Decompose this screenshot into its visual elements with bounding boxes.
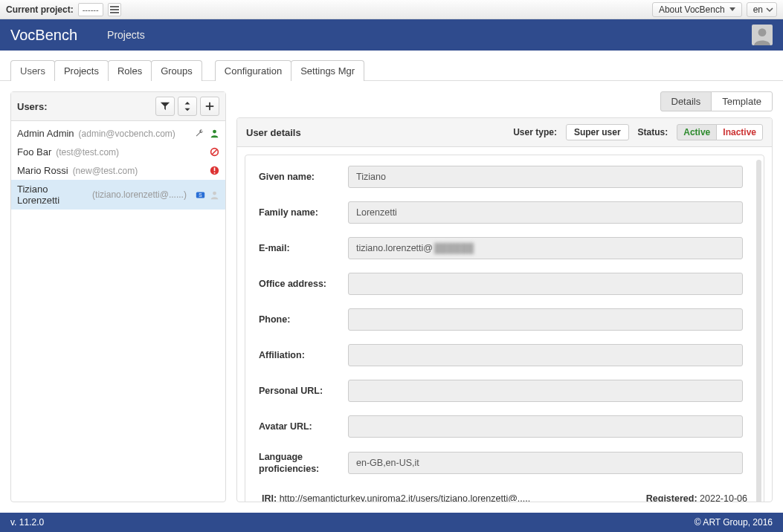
person-icon	[753, 26, 772, 45]
tab-configuration[interactable]: Configuration	[215, 60, 291, 81]
svg-rect-1	[110, 9, 119, 10]
status-active-button[interactable]: Active	[677, 124, 717, 140]
tab-settings-mgr[interactable]: Settings Mgr	[291, 60, 364, 81]
given-name-label: Given name:	[259, 171, 348, 183]
status-toggle: Active Inactive	[677, 124, 763, 140]
template-tab[interactable]: Template	[711, 91, 773, 111]
tab-groups[interactable]: Groups	[151, 60, 202, 81]
svg-rect-10	[213, 167, 215, 171]
brand: VocBench	[10, 27, 77, 44]
personal-url-label: Personal URL:	[259, 385, 348, 397]
admin-tabs: Users Projects Roles Groups Configuratio…	[0, 51, 783, 81]
user-email: (tiziano.lorenzetti@......)	[92, 189, 187, 200]
svg-text:S: S	[199, 192, 202, 197]
svg-rect-2	[110, 12, 119, 13]
details-template-toggle: Details Template	[236, 91, 773, 111]
person-dim-icon	[210, 189, 219, 200]
registered-value: 2022-10-06	[700, 493, 747, 502]
filter-button[interactable]	[155, 97, 175, 116]
svg-point-14	[213, 191, 216, 195]
family-name-input[interactable]: Lorenzetti	[348, 201, 743, 224]
scrollbar[interactable]	[756, 160, 761, 502]
user-email: (new@test.com)	[73, 166, 138, 176]
affiliation-input[interactable]	[348, 344, 743, 366]
list-icon	[109, 4, 120, 16]
user-type-button[interactable]: Super user	[566, 124, 629, 140]
status-inactive-button[interactable]: Inactive	[716, 124, 763, 140]
iri-value: http://semanticturkey.uniroma2.it/users/…	[280, 493, 531, 502]
iri-label: IRI:	[262, 493, 277, 502]
iri-registered-row: IRI: http://semanticturkey.uniroma2.it/u…	[259, 489, 750, 502]
wrench-icon	[194, 129, 204, 139]
status-label: Status:	[638, 127, 668, 137]
redacted-text: ██████	[434, 243, 474, 253]
details-tab[interactable]: Details	[660, 91, 712, 111]
personal-url-input[interactable]	[348, 380, 743, 402]
user-details-title: User details	[246, 127, 301, 138]
svg-line-8	[212, 149, 217, 155]
user-row[interactable]: Tiziano Lorenzetti (tiziano.lorenzetti@.…	[11, 180, 225, 210]
phone-label: Phone:	[259, 314, 348, 325]
footer: v. 11.2.0 © ART Group, 2016	[0, 513, 783, 532]
affiliation-label: Affiliation:	[259, 349, 348, 361]
user-avatar[interactable]	[752, 25, 773, 45]
plus-icon	[204, 101, 215, 111]
language-select[interactable]: en	[747, 2, 777, 17]
language-proficiencies-input[interactable]: en-GB,en-US,it	[348, 452, 743, 474]
about-label: About VocBench	[659, 4, 725, 15]
nav-projects[interactable]: Projects	[107, 29, 145, 41]
user-list: Admin Admin (admin@vocbench.com) Foo Bar…	[11, 121, 225, 502]
user-form: Given name: Tiziano Family name: Lorenze…	[245, 155, 764, 502]
sort-button[interactable]	[178, 97, 197, 116]
current-project-value: ------	[78, 3, 103, 16]
email-input[interactable]: tiziano.lorenzetti@██████	[348, 237, 743, 259]
tab-roles[interactable]: Roles	[108, 60, 152, 81]
navbar: VocBench Projects	[0, 19, 783, 51]
users-panel-title: Users:	[17, 101, 47, 112]
given-name-input[interactable]: Tiziano	[348, 166, 743, 188]
tab-users[interactable]: Users	[10, 60, 55, 81]
funnel-icon	[160, 101, 170, 111]
avatar-url-label: Avatar URL:	[259, 421, 348, 432]
superuser-badge-icon: S	[196, 189, 205, 200]
language-value: en	[753, 4, 763, 15]
user-row[interactable]: Mario Rossi (new@test.com)	[11, 161, 225, 180]
user-name: Foo Bar	[17, 146, 51, 158]
svg-rect-5	[206, 106, 214, 107]
copyright-label: © ART Group, 2016	[695, 517, 773, 528]
person-active-icon	[209, 129, 219, 139]
add-user-button[interactable]	[200, 97, 219, 116]
email-label: E-mail:	[259, 242, 348, 254]
user-name: Tiziano Lorenzetti	[17, 184, 88, 206]
svg-rect-11	[213, 172, 215, 174]
user-row[interactable]: Foo Bar (test@test.com)	[11, 143, 225, 161]
main-area: Users: Admin Admin (admin@vocbench.com)	[0, 81, 783, 513]
about-dropdown[interactable]: About VocBench	[652, 2, 742, 17]
svg-point-3	[758, 28, 767, 36]
details-panel: Details Template User details User type:…	[236, 91, 773, 502]
user-name: Mario Rossi	[17, 165, 68, 176]
project-picker-button[interactable]	[108, 3, 121, 16]
family-name-label: Family name:	[259, 207, 348, 218]
current-project-label: Current project:	[6, 4, 74, 15]
sort-icon	[182, 101, 193, 111]
blocked-icon	[209, 147, 219, 158]
user-details-card: User details User type: Super user Statu…	[236, 117, 773, 502]
user-name: Admin Admin	[17, 128, 74, 139]
tab-projects[interactable]: Projects	[54, 60, 109, 81]
users-panel-header: Users:	[11, 92, 225, 121]
version-label: v. 11.2.0	[10, 517, 44, 528]
users-panel: Users: Admin Admin (admin@vocbench.com)	[10, 91, 226, 502]
svg-point-6	[213, 130, 216, 134]
language-proficiencies-label: Language proficiencies:	[259, 451, 348, 476]
user-details-header: User details User type: Super user Statu…	[237, 118, 772, 147]
office-label: Office address:	[259, 278, 348, 290]
avatar-url-input[interactable]	[348, 415, 743, 438]
chevron-down-icon	[766, 6, 773, 13]
user-row[interactable]: Admin Admin (admin@vocbench.com)	[11, 124, 225, 143]
topbar: Current project: ------ About VocBench e…	[0, 0, 783, 19]
user-email: (admin@vocbench.com)	[79, 129, 175, 139]
phone-input[interactable]	[348, 308, 743, 331]
office-input[interactable]	[348, 273, 743, 295]
user-email: (test@test.com)	[56, 147, 119, 158]
